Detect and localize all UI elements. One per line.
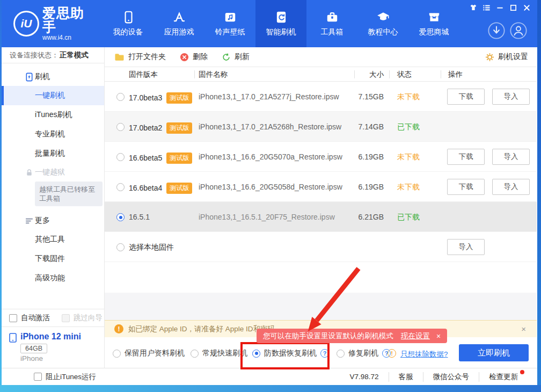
delete-icon xyxy=(180,53,189,62)
nav-tab-apps-games[interactable]: 应用游戏 xyxy=(153,0,204,47)
nav-tab-my-device[interactable]: 我的设备 xyxy=(103,0,153,47)
flash-now-button[interactable]: 立即刷机 xyxy=(459,344,529,361)
help-icon[interactable]: ? xyxy=(382,349,391,358)
radio-icon xyxy=(113,350,121,358)
sidebar-item-pro-flash[interactable]: 专业刷机 xyxy=(2,125,104,144)
nav-tab-smart-flash[interactable]: 智能刷机 xyxy=(255,0,306,47)
column-divider xyxy=(389,70,390,78)
firmware-filename: iPhone13,1_16.6_20G5058d_Restore.ipsw xyxy=(199,183,342,191)
firmware-row: 17.0beta3测试版iPhone13,1_17.0_21A5277j_Res… xyxy=(105,82,537,112)
help-icon[interactable]: ? xyxy=(320,349,329,358)
beta-badge: 测试版 xyxy=(166,122,192,134)
beta-badge: 测试版 xyxy=(166,92,192,104)
menu-list-icon[interactable] xyxy=(481,3,492,12)
firmware-version: 17.0beta2测试版 xyxy=(129,122,192,134)
nav-tab-ringtones-wallpapers[interactable]: 铃声壁纸 xyxy=(204,0,255,47)
device-capacity-badge: 64GB xyxy=(20,344,47,353)
flash-mode-repair-flash[interactable]: 修复刷机? xyxy=(337,349,391,358)
window-controls xyxy=(468,3,532,12)
column-header-name: 固件名称 xyxy=(199,70,228,79)
open-folder-button[interactable]: 打开文件夹 xyxy=(114,52,166,62)
firmware-size: 6.19GB xyxy=(341,183,384,191)
flash-mode-label: 常规快速刷机 xyxy=(202,349,247,358)
flash-mode-normal-fast-flash[interactable]: 常规快速刷机 xyxy=(191,349,247,358)
flash-mode-keep-data-flash[interactable]: 保留用户资料刷机 xyxy=(113,349,185,358)
nav-tab-label: 爱思商城 xyxy=(419,27,449,37)
block-itunes-checkbox[interactable]: 阻止iTunes运行 xyxy=(34,372,96,382)
statusbar-support[interactable]: 客服 xyxy=(389,372,423,382)
nav-tab-store[interactable]: 爱思商城 xyxy=(408,0,459,47)
import-button[interactable]: 导入 xyxy=(492,149,530,165)
firmware-radio[interactable] xyxy=(116,123,125,131)
firmware-size: 7.15GB xyxy=(341,92,384,101)
sidebar-item-label: 更多 xyxy=(35,216,50,226)
smartflash-icon xyxy=(274,10,288,24)
statusbar-check-update[interactable]: 检查更新 xyxy=(479,372,528,382)
tooltip-setup-now-link[interactable]: 现在设置 xyxy=(401,331,430,341)
sidebar-item-label: 其他工具 xyxy=(35,235,65,244)
download-circle-icon[interactable] xyxy=(487,21,506,40)
gear-icon xyxy=(485,53,494,62)
notice-close-icon[interactable]: × xyxy=(521,324,526,333)
sidebar-item-batch-flash[interactable]: 批量刷机 xyxy=(2,144,104,163)
sidebar-item-more[interactable]: 更多 xyxy=(2,212,104,230)
theme-icon[interactable] xyxy=(468,3,478,12)
delete-button[interactable]: 删除 xyxy=(180,52,208,62)
download-button[interactable]: 下载 xyxy=(447,179,485,195)
auto-activate-checkbox[interactable]: 自动激活 xyxy=(9,313,50,323)
checkbox-label: 自动激活 xyxy=(21,313,50,323)
column-header-version: 固件版本 xyxy=(129,70,158,79)
tooltip-close-icon[interactable]: × xyxy=(436,332,441,340)
flash-settings-button[interactable]: 刷机设置 xyxy=(485,52,528,62)
sidebar-item-other-tools[interactable]: 其他工具 xyxy=(2,230,104,249)
minimize-icon[interactable] xyxy=(495,3,505,12)
sidebar-item-label: 一键越狱 xyxy=(35,168,65,177)
close-icon[interactable] xyxy=(522,3,532,12)
import-button[interactable]: 导入 xyxy=(447,239,485,255)
nav-tab-tutorials[interactable]: 教程中心 xyxy=(357,0,408,47)
download-button[interactable]: 下载 xyxy=(447,89,485,105)
sidebar-item-one-click-flash[interactable]: 一键刷机 xyxy=(2,86,104,105)
flash-mode-tooltip: 您可以在助手设置里设置默认的刷机模式 现在设置 × xyxy=(257,329,447,343)
warning-icon: ! xyxy=(114,324,123,333)
sidebar-item-itunes-flash[interactable]: iTunes刷机 xyxy=(2,105,104,125)
app-url: www.i4.cn xyxy=(42,34,94,41)
user-circle-icon[interactable] xyxy=(509,21,528,40)
statusbar-wechat-official[interactable]: 微信公众号 xyxy=(423,372,479,382)
beta-badge: 测试版 xyxy=(166,153,192,164)
firmware-radio[interactable] xyxy=(116,183,125,191)
import-button[interactable]: 导入 xyxy=(492,179,530,195)
main-nav: 我的设备应用游戏铃声壁纸智能刷机工具箱教程中心爱思商城 xyxy=(103,0,459,47)
radio-icon xyxy=(252,350,260,358)
firmware-radio[interactable] xyxy=(116,93,125,101)
firmware-version: 16.6beta4测试版 xyxy=(129,183,192,194)
refresh-button[interactable]: 刷新 xyxy=(222,52,250,62)
refresh-icon xyxy=(222,53,231,62)
flash-mode-anti-recovery-flash[interactable]: 防数据恢复刷机? xyxy=(252,349,329,358)
device-info: iPhone 12 mini 64GB iPhone xyxy=(2,326,104,368)
open-folder-label: 打开文件夹 xyxy=(128,52,166,62)
maximize-icon[interactable] xyxy=(508,3,518,12)
flash-settings-label: 刷机设置 xyxy=(498,52,528,62)
nav-tab-toolbox[interactable]: 工具箱 xyxy=(306,0,357,47)
flash-phone-icon xyxy=(24,72,34,82)
sidebar-item-flash[interactable]: 刷机 xyxy=(2,68,104,86)
firmware-radio[interactable] xyxy=(116,213,125,221)
firmware-version: 选择本地固件 xyxy=(129,243,174,252)
beta-badge: 测试版 xyxy=(166,183,192,194)
refresh-label: 刷新 xyxy=(235,52,250,62)
lock-icon xyxy=(24,169,34,177)
app-window: iU 爱思助手 www.i4.cn 我的设备应用游戏铃声壁纸智能刷机工具箱教程中… xyxy=(0,0,541,392)
sidebar-item-advanced-functions[interactable]: 高级功能 xyxy=(2,268,104,288)
download-button[interactable]: 下载 xyxy=(447,149,485,165)
firmware-row: 16.5.1iPhone13,1_16.5.1_20F75_Restore.ip… xyxy=(105,202,537,232)
firmware-radio[interactable] xyxy=(116,153,125,161)
firmware-size: 6.21GB xyxy=(341,213,384,221)
nav-tab-label: 工具箱 xyxy=(321,27,343,37)
sidebar-item-download-firmware[interactable]: 下载固件 xyxy=(2,249,104,268)
connection-status-value: 正常模式 xyxy=(60,50,89,60)
flash-mode-label: 防数据恢复刷机 xyxy=(264,349,317,358)
import-button[interactable]: 导入 xyxy=(492,89,530,105)
erase-data-link[interactable]: 只想抹除数据? xyxy=(400,350,448,359)
firmware-radio[interactable] xyxy=(116,243,125,251)
